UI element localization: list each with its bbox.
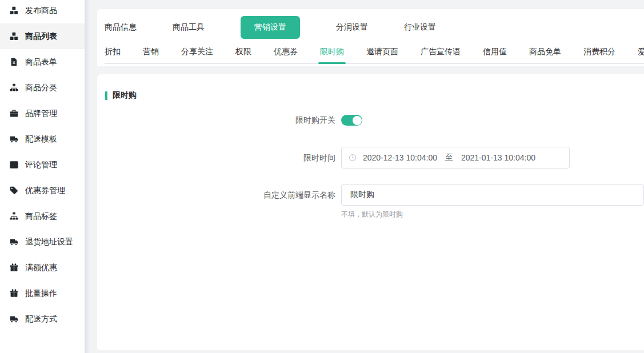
tab-primary-0[interactable]: 商品信息 [105,22,137,33]
tab-secondary-11[interactable]: 爱 [638,42,644,64]
switch-row: 限时购开关 [97,114,644,126]
gift-icon [10,289,18,298]
secondary-tabs: 折扣营销分享关注权限优惠券限时购邀请页面广告宣传语信用值商品免单消费积分爱 [97,42,644,64]
sidebar-item-label: 满额优惠 [25,263,57,273]
sidebar-item-label: 配送模板 [25,134,57,145]
sidebar-nav: 发布商品商品列表商品表单商品分类品牌管理配送模板评论管理优惠券管理商品标签退货地… [0,0,85,332]
truck-icon [10,238,18,246]
sitemap-icon [10,83,18,92]
sidebar-item-label: 配送方式 [25,314,57,324]
switch-label: 限时购开关 [97,114,341,126]
sidebar: 发布商品商品列表商品表单商品分类品牌管理配送模板评论管理优惠券管理商品标签退货地… [0,0,85,353]
section-header: 限时购 [97,74,644,101]
primary-tabs: 商品信息商品工具营销设置分润设置行业设置 [97,9,644,41]
tab-primary-4[interactable]: 行业设置 [404,22,436,33]
tab-secondary-4[interactable]: 优惠券 [274,42,298,64]
sidebar-item-label: 商品表单 [25,57,57,67]
tab-secondary-3[interactable]: 权限 [235,42,251,64]
sidebar-item-8[interactable]: 商品标签 [0,203,85,229]
gift-icon [10,263,18,272]
sidebar-item-4[interactable]: 品牌管理 [0,101,85,126]
sitemap-icon [10,212,18,220]
sidebar-item-9[interactable]: 退货地址设置 [0,229,85,255]
custom-name-hint: 不填，默认为限时购 [341,210,644,219]
time-end-value: 2021-01-13 10:04:00 [461,153,535,162]
sidebar-item-10[interactable]: 满额优惠 [0,255,85,280]
sidebar-item-label: 优惠券管理 [25,186,65,196]
tab-secondary-0[interactable]: 折扣 [105,42,121,64]
tabs-card: 商品信息商品工具营销设置分润设置行业设置 折扣营销分享关注权限优惠券限时购邀请页… [97,9,644,66]
sidebar-item-label: 发布商品 [25,6,57,16]
cubes-icon [10,32,18,41]
sidebar-item-6[interactable]: 评论管理 [0,152,85,178]
sidebar-item-label: 商品列表 [25,31,57,42]
content-card: 限时购 限时购开关 限时时间 2020-12-13 10:04:00 至 202… [97,74,644,350]
sidebar-item-2[interactable]: 商品表单 [0,49,85,75]
columns-icon [10,161,18,169]
section-accent-bar [105,91,107,100]
sidebar-scrollbar[interactable] [85,0,90,353]
time-label: 限时时间 [97,147,341,169]
sidebar-item-0[interactable]: 发布商品 [0,0,85,23]
clock-icon [349,154,357,162]
tab-secondary-1[interactable]: 营销 [143,42,159,64]
tab-secondary-9[interactable]: 商品免单 [529,42,561,64]
tab-secondary-5[interactable]: 限时购 [320,42,344,64]
time-row: 限时时间 2020-12-13 10:04:00 至 2021-01-13 10… [97,147,644,169]
custom-name-label: 自定义前端显示名称 [97,184,341,206]
flash-sale-toggle[interactable] [341,115,362,126]
truck-icon [10,135,18,143]
sidebar-item-1[interactable]: 商品列表 [0,23,85,49]
time-start-value: 2020-12-13 10:04:00 [363,153,437,162]
sidebar-item-12[interactable]: 配送方式 [0,306,85,332]
sidebar-item-3[interactable]: 商品分类 [0,75,85,101]
cubes-icon [10,6,18,15]
briefcase-icon [10,109,18,118]
custom-name-row: 自定义前端显示名称 不填，默认为限时购 [97,184,644,219]
tab-primary-3[interactable]: 分润设置 [336,22,368,33]
sidebar-item-5[interactable]: 配送模板 [0,126,85,152]
custom-name-input[interactable] [341,184,644,206]
toggle-knob [353,116,362,125]
sidebar-item-label: 商品标签 [25,211,57,222]
tag-icon [10,186,18,195]
tab-primary-1[interactable]: 商品工具 [173,22,205,33]
time-range-picker[interactable]: 2020-12-13 10:04:00 至 2021-01-13 10:04:0… [341,147,570,169]
truck-icon [10,315,18,323]
tab-secondary-10[interactable]: 消费积分 [583,42,615,64]
tab-secondary-2[interactable]: 分享关注 [181,42,213,64]
file-excel-icon [10,58,18,66]
sidebar-item-label: 品牌管理 [25,109,57,119]
section-title: 限时购 [113,90,137,101]
sidebar-item-label: 退货地址设置 [25,237,73,247]
tab-primary-2[interactable]: 营销设置 [241,16,300,39]
sidebar-item-label: 批量操作 [25,288,57,299]
tab-secondary-8[interactable]: 信用值 [483,42,507,64]
tab-secondary-7[interactable]: 广告宣传语 [421,42,461,64]
sidebar-item-7[interactable]: 优惠券管理 [0,178,85,203]
time-separator: 至 [445,153,453,163]
sidebar-item-label: 商品分类 [25,83,57,93]
sidebar-item-label: 评论管理 [25,160,57,170]
tab-secondary-6[interactable]: 邀请页面 [366,42,398,64]
sidebar-item-11[interactable]: 批量操作 [0,280,85,306]
